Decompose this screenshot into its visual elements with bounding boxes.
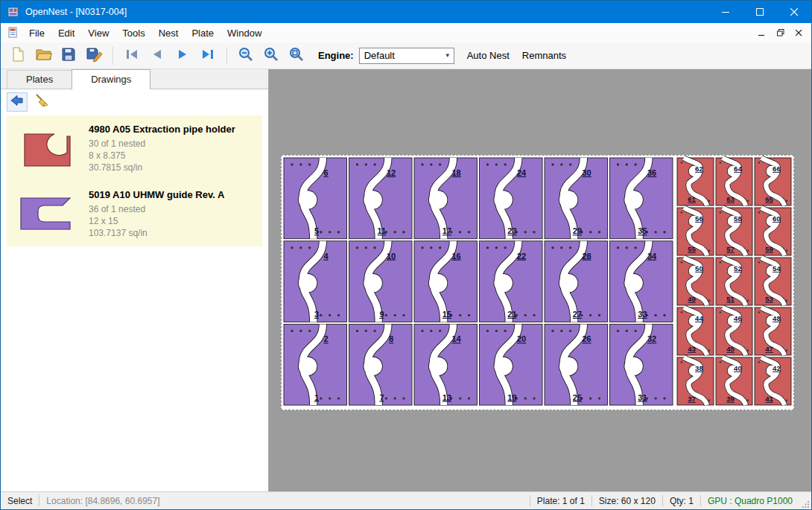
list-item[interactable]: 5019 A10 UHMW guide Rev. A 36 of 1 neste… bbox=[7, 181, 262, 246]
menu-view[interactable]: View bbox=[81, 24, 115, 42]
engine-select[interactable]: Default ▼ bbox=[359, 48, 454, 64]
red-part-pair[interactable]: 4645 bbox=[716, 307, 752, 355]
red-part-pair[interactable]: 3837 bbox=[677, 357, 714, 405]
previous-plate-button[interactable] bbox=[145, 45, 169, 67]
part-number: 47 bbox=[765, 345, 773, 353]
chevron-down-icon: ▼ bbox=[442, 52, 454, 59]
part-number: 10 bbox=[387, 252, 396, 261]
part-number: 22 bbox=[517, 252, 526, 261]
resize-grip[interactable] bbox=[799, 492, 811, 509]
drawing-list: 4980 A05 Extraction pipe holder 30 of 1 … bbox=[7, 115, 262, 246]
mdi-restore-icon[interactable] bbox=[771, 25, 790, 41]
purple-part-pair[interactable]: 2221 bbox=[480, 241, 543, 322]
menu-nest[interactable]: Nest bbox=[152, 24, 185, 42]
purple-part-pair[interactable]: 87 bbox=[349, 324, 413, 405]
menu-window[interactable]: Window bbox=[221, 24, 268, 42]
part-number: 35 bbox=[638, 226, 647, 235]
part-number: 8 bbox=[389, 334, 393, 343]
window-title: OpenNest - [N0317-004] bbox=[25, 7, 127, 17]
send-to-nest-button[interactable] bbox=[7, 92, 28, 112]
status-plate-size: Size: 60 x 120 bbox=[592, 492, 662, 509]
tab-drawings[interactable]: Drawings bbox=[72, 69, 150, 89]
red-part-pair[interactable]: 4241 bbox=[755, 357, 791, 405]
purple-part-pair[interactable]: 2827 bbox=[545, 241, 608, 322]
purple-part-pair[interactable]: 3635 bbox=[610, 158, 673, 239]
status-plate-count: Plate: 1 of 1 bbox=[530, 492, 591, 509]
purple-part-pair[interactable]: 2423 bbox=[480, 158, 543, 239]
last-plate-button[interactable] bbox=[196, 45, 220, 67]
purple-part-pair[interactable]: 2625 bbox=[545, 324, 608, 405]
purple-part-pair[interactable]: 1211 bbox=[349, 158, 413, 239]
red-part-pair[interactable]: 5655 bbox=[677, 208, 714, 255]
purple-part-pair[interactable]: 65 bbox=[284, 158, 347, 239]
broom-icon bbox=[34, 93, 49, 111]
red-part-pair[interactable]: 4039 bbox=[716, 357, 752, 405]
drawing-size: 12 x 15 bbox=[89, 215, 256, 227]
purple-part-pair[interactable]: 109 bbox=[349, 241, 413, 322]
mdi-close-icon[interactable] bbox=[790, 25, 808, 41]
menu-plate[interactable]: Plate bbox=[185, 24, 221, 42]
part-number: 11 bbox=[378, 226, 387, 235]
zoom-out-button[interactable] bbox=[234, 45, 258, 67]
part-number: 27 bbox=[573, 310, 582, 319]
part-number: 30 bbox=[582, 168, 591, 177]
menu-edit[interactable]: Edit bbox=[51, 24, 81, 42]
panel-tabstrip: Plates Drawings bbox=[1, 69, 268, 89]
app-icon bbox=[7, 6, 19, 18]
tab-plates[interactable]: Plates bbox=[7, 70, 72, 89]
nest-canvas[interactable]: 6512111817242330293635431091615222128273… bbox=[269, 69, 811, 491]
part-number: 33 bbox=[638, 310, 647, 319]
part-number: 55 bbox=[688, 245, 696, 253]
red-part-pair[interactable]: 6665 bbox=[755, 158, 791, 205]
mdi-minimize-icon[interactable] bbox=[752, 25, 771, 41]
purple-part-pair[interactable]: 43 bbox=[284, 241, 347, 322]
list-item[interactable]: 4980 A05 Extraction pipe holder 30 of 1 … bbox=[7, 115, 262, 181]
plate-sheet[interactable]: 6512111817242330293635431091615222128273… bbox=[281, 155, 794, 410]
auto-nest-button[interactable]: Auto Nest bbox=[467, 50, 510, 61]
purple-part-pair[interactable]: 1615 bbox=[414, 241, 478, 322]
red-part-pair[interactable]: 6261 bbox=[677, 158, 714, 205]
menu-tools[interactable]: Tools bbox=[115, 24, 151, 42]
part-number: 58 bbox=[734, 214, 742, 223]
red-part-pair[interactable]: 6059 bbox=[755, 208, 791, 255]
next-plate-button[interactable] bbox=[171, 45, 194, 67]
save-as-icon bbox=[86, 45, 103, 66]
zoom-extents-button[interactable] bbox=[285, 45, 308, 67]
close-button[interactable] bbox=[777, 1, 811, 23]
minimize-button[interactable] bbox=[708, 1, 743, 23]
clear-drawings-button[interactable] bbox=[31, 92, 52, 112]
part-number: 14 bbox=[451, 334, 461, 343]
menu-file[interactable]: File bbox=[22, 24, 51, 42]
red-part-pair[interactable]: 5049 bbox=[677, 258, 714, 305]
save-button[interactable] bbox=[57, 45, 80, 67]
part-number: 32 bbox=[647, 334, 656, 343]
red-part-pair[interactable]: 6463 bbox=[716, 158, 752, 205]
purple-part-pair[interactable]: 21 bbox=[284, 324, 347, 405]
red-part-pair[interactable]: 5857 bbox=[716, 208, 752, 255]
red-part-pair[interactable]: 4443 bbox=[677, 307, 714, 355]
new-file-button[interactable] bbox=[6, 45, 30, 67]
purple-part-pair[interactable]: 1413 bbox=[414, 324, 478, 405]
part-number: 50 bbox=[695, 264, 703, 272]
mdi-document-icon[interactable] bbox=[7, 27, 19, 39]
purple-part-pair[interactable]: 2019 bbox=[480, 324, 543, 405]
zoom-in-button[interactable] bbox=[259, 45, 283, 67]
save-as-button[interactable] bbox=[82, 45, 106, 67]
part-number: 65 bbox=[765, 195, 773, 203]
red-part-pair[interactable]: 5251 bbox=[716, 258, 752, 305]
open-file-button[interactable] bbox=[31, 45, 55, 67]
purple-part-pair[interactable]: 3231 bbox=[610, 324, 673, 405]
purple-part-pair[interactable]: 3029 bbox=[545, 158, 608, 239]
purple-part-pair[interactable]: 3433 bbox=[610, 241, 673, 322]
part-number: 2 bbox=[324, 334, 329, 343]
first-plate-button[interactable] bbox=[120, 45, 144, 67]
main-area: Plates Drawings bbox=[1, 69, 811, 491]
purple-part-pair[interactable]: 1817 bbox=[414, 158, 478, 239]
red-part-pair[interactable]: 4847 bbox=[755, 307, 791, 355]
part-number: 37 bbox=[688, 395, 696, 403]
nest-svg: 6512111817242330293635431091615222128273… bbox=[282, 156, 793, 409]
red-part-pair[interactable]: 5453 bbox=[755, 258, 791, 305]
drawing-area: 103.7137 sq/in bbox=[89, 227, 256, 239]
remnants-button[interactable]: Remnants bbox=[522, 50, 566, 61]
maximize-button[interactable] bbox=[743, 1, 777, 23]
